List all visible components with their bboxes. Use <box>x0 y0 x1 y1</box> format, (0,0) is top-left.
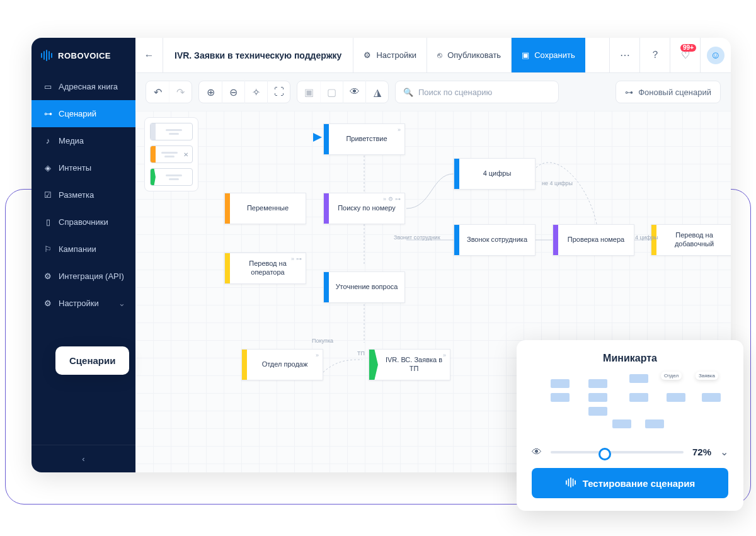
fullscreen-button[interactable]: ⛶ <box>267 81 290 103</box>
chevron-down-icon: ⌄ <box>118 299 125 308</box>
node-check-number[interactable]: Проверка номера <box>553 224 634 256</box>
node-application-tp[interactable]: IVR. ВС. Заявка в ТП » <box>369 349 450 380</box>
background-scenario-button[interactable]: ⊶ Фоновый сценарий <box>616 81 721 103</box>
zoom-fit-button[interactable]: ✧ <box>244 81 267 103</box>
paste-button[interactable]: ▢ <box>320 81 343 103</box>
palette-block-action[interactable]: ✕ <box>150 145 193 163</box>
scenarios-tooltip: Сценарии <box>55 346 129 375</box>
edge-label: не 4 цифры <box>542 180 573 186</box>
node-greeting[interactable]: Приветствие » <box>323 123 405 155</box>
document-icon: ▯ <box>43 218 52 227</box>
close-icon: ✕ <box>183 151 188 158</box>
node-staff-call[interactable]: Звонок сотрудника <box>454 224 536 256</box>
more-menu-button[interactable]: ⋯ <box>610 38 640 72</box>
paint-button[interactable]: ◮ <box>365 81 388 103</box>
test-scenario-button[interactable]: Тестирование сценария <box>532 468 728 498</box>
brand: ROBOVOICE <box>32 38 135 73</box>
eye-off-icon[interactable]: 👁 <box>532 447 542 458</box>
avatar-icon: ☺ <box>707 47 724 64</box>
node-four-digits[interactable]: 4 цифры <box>454 158 536 190</box>
zoom-slider[interactable] <box>551 451 684 453</box>
undo-redo-group: ↶ ↷ <box>146 81 192 103</box>
expand-icon: » <box>443 352 446 358</box>
gear-icon: ⚙ <box>43 299 52 308</box>
node-title: 4 цифры <box>483 169 512 178</box>
node-search-number[interactable]: Поиску по номеру »⚙⊶ <box>323 193 405 224</box>
node-title: Перевод на добавочный <box>660 231 728 249</box>
layer-group: ▣ ▢ 👁 ◮ <box>297 81 389 103</box>
node-title: Уточнение вопроса <box>336 283 398 292</box>
help-button[interactable]: ？ <box>640 38 670 72</box>
chevron-down-icon[interactable]: ⌄ <box>720 446 728 458</box>
node-transfer-operator[interactable]: Перевод на оператора »⊶ <box>224 253 306 284</box>
expand-icon: » <box>291 256 294 262</box>
node-title: Переменные <box>247 204 289 213</box>
sidebar-item-address-book[interactable]: ▭ Адресная книга <box>32 73 135 100</box>
publish-button[interactable]: ⎋ Опубликовать <box>427 38 512 72</box>
collapse-sidebar-button[interactable]: ‹ <box>32 445 135 472</box>
tooltip-label: Сценарии <box>69 355 115 366</box>
node-title: Проверка номера <box>568 236 624 244</box>
expand-icon: » <box>316 352 319 358</box>
gear-icon: ⚙ <box>364 50 371 60</box>
undo-button[interactable]: ↶ <box>146 81 169 103</box>
sidebar-item-label: Разметка <box>59 190 94 200</box>
flow-icon: ⊶ <box>395 196 401 202</box>
sidebar-item-label: Сценарий <box>59 109 96 118</box>
zoom-in-button[interactable]: ⊕ <box>199 81 222 103</box>
sidebar-item-label: Медиа <box>59 136 84 145</box>
node-variables[interactable]: Переменные <box>224 193 306 224</box>
save-button[interactable]: ▣ Сохранить <box>512 38 585 72</box>
sidebar-item-media[interactable]: ♪ Медиа <box>32 127 135 154</box>
node-transfer-ext[interactable]: Перевод на добавочный <box>651 224 731 256</box>
expand-icon: » <box>383 196 386 202</box>
sidebar-item-scenario[interactable]: ⊶ Сценарий <box>32 100 135 127</box>
bg-scenario-label: Фоновый сценарий <box>638 88 711 97</box>
minimap-title: Миникарта <box>532 353 728 364</box>
brand-wave-icon <box>565 477 576 489</box>
node-clarify[interactable]: Уточнение вопроса <box>323 271 405 303</box>
topbar: ← IVR. Заявки в техническую поддержку ⚙ … <box>135 38 731 73</box>
node-title: Приветствие <box>346 135 387 144</box>
sidebar-item-references[interactable]: ▯ Справочники <box>32 208 135 236</box>
minimap-controls: 👁 72% ⌄ <box>532 446 728 458</box>
settings-button[interactable]: ⚙ Настройки <box>353 38 427 72</box>
node-palette: ✕ <box>144 117 198 191</box>
palette-block-subscenario[interactable] <box>150 168 193 186</box>
palette-block-basic[interactable] <box>150 123 193 140</box>
minimap-hint-label: Отдел <box>661 372 682 380</box>
edge-label: Звонит сотрудник <box>394 234 440 241</box>
zoom-out-button[interactable]: ⊖ <box>222 81 244 103</box>
scenario-search[interactable]: 🔍 Поиск по сценарию <box>395 81 559 103</box>
sidebar-item-campaigns[interactable]: ⚐ Кампании <box>32 236 135 263</box>
topbar-spacer <box>585 38 610 72</box>
sidebar-item-label: Интенты <box>59 163 91 173</box>
node-title: Отдел продаж <box>262 360 308 369</box>
sidebar-item-settings[interactable]: ⚙ Настройки ⌄ <box>32 290 135 317</box>
sidebar-item-intents[interactable]: ◈ Интенты <box>32 154 135 181</box>
settings-label: Настройки <box>376 50 416 60</box>
save-icon: ▣ <box>522 50 529 60</box>
node-title: Перевод на оператора <box>234 259 302 277</box>
visibility-button[interactable]: 👁 <box>343 81 365 103</box>
node-title: Звонок сотрудника <box>467 236 527 244</box>
flow-icon: ⊶ <box>43 110 52 118</box>
zoom-group: ⊕ ⊖ ✧ ⛶ <box>198 81 290 103</box>
sidebar-item-label: Адресная книга <box>59 82 118 91</box>
node-sales[interactable]: Отдел продаж » <box>241 349 323 380</box>
checkbox-icon: ☑ <box>43 191 52 200</box>
api-icon: ⚙ <box>43 272 52 281</box>
search-icon: 🔍 <box>403 88 413 97</box>
sidebar-item-api[interactable]: ⚙ Интеграция (API) <box>32 263 135 290</box>
minimap-canvas[interactable]: Отдел Заявка <box>532 374 728 435</box>
search-placeholder: Поиск по сценарию <box>418 88 492 97</box>
redo-button[interactable]: ↷ <box>169 81 192 103</box>
node-title: IVR. ВС. Заявка в ТП <box>382 356 446 373</box>
notifications-button[interactable]: ♡ 99+ <box>670 38 701 72</box>
profile-button[interactable]: ☺ <box>701 38 731 72</box>
sidebar-item-markup[interactable]: ☑ Разметка <box>32 181 135 208</box>
copy-button[interactable]: ▣ <box>297 81 320 103</box>
edge-label: Покупка <box>312 338 333 344</box>
notification-badge: 99+ <box>680 44 696 52</box>
back-button[interactable]: ← <box>135 38 163 72</box>
